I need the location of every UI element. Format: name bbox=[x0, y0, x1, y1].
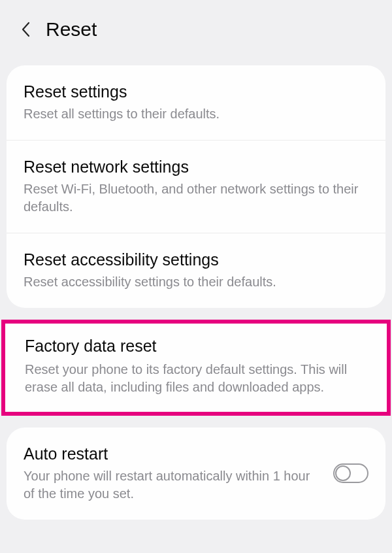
reset-accessibility-settings-item[interactable]: Reset accessibility settings Reset acces… bbox=[7, 233, 385, 308]
auto-restart-card: Auto restart Your phone will restart aut… bbox=[7, 427, 385, 520]
item-desc: Reset your phone to its factory default … bbox=[25, 361, 371, 396]
item-title: Factory data reset bbox=[25, 337, 371, 356]
item-desc: Reset accessibility settings to their de… bbox=[24, 273, 368, 291]
item-desc: Reset all settings to their defaults. bbox=[24, 105, 368, 123]
item-desc: Reset Wi-Fi, Bluetooth, and other networ… bbox=[24, 180, 368, 216]
item-title: Reset network settings bbox=[24, 158, 368, 176]
reset-network-settings-item[interactable]: Reset network settings Reset Wi-Fi, Blue… bbox=[7, 141, 385, 233]
back-icon[interactable] bbox=[20, 20, 31, 39]
reset-options-card: Reset settings Reset all settings to the… bbox=[7, 65, 385, 308]
auto-restart-toggle[interactable] bbox=[333, 463, 368, 484]
factory-data-reset-item[interactable]: Factory data reset Reset your phone to i… bbox=[1, 320, 391, 416]
item-title: Auto restart bbox=[24, 444, 320, 463]
reset-settings-item[interactable]: Reset settings Reset all settings to the… bbox=[7, 65, 385, 141]
page-title: Reset bbox=[46, 18, 97, 41]
auto-restart-item[interactable]: Auto restart Your phone will restart aut… bbox=[24, 444, 368, 503]
item-title: Reset settings bbox=[24, 82, 368, 101]
item-desc: Your phone will restart automatically wi… bbox=[24, 467, 320, 503]
item-title: Reset accessibility settings bbox=[24, 250, 368, 269]
header-bar: Reset bbox=[0, 0, 392, 59]
